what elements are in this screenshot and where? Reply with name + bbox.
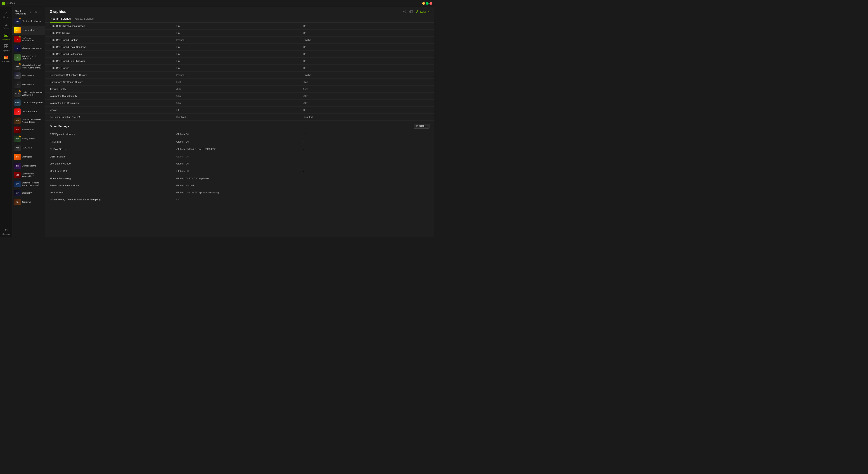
- program-item-gow[interactable]: GoWGod of War Ragnarök: [12, 98, 45, 107]
- sidebar-item-home[interactable]: ⌂ Home: [0, 9, 12, 20]
- program-item-forza[interactable]: FH5Forza Horizon 5: [12, 107, 45, 116]
- svg-rect-6: [4, 46, 6, 48]
- dropdown-icon[interactable]: [303, 184, 305, 187]
- dropdown-icon[interactable]: [303, 191, 305, 194]
- edit-button[interactable]: [303, 147, 306, 151]
- edit-button[interactable]: [303, 169, 306, 173]
- sidebar-item-system[interactable]: System: [0, 42, 12, 53]
- minimize-button[interactable]: [422, 2, 425, 5]
- driver-settings-table: RTX Dynamic VibranceGlobal - OffRTX HDRG…: [45, 130, 434, 203]
- program-item-tfd[interactable]: TFDThe First Descendant: [12, 44, 45, 53]
- driver-setting-action: [303, 162, 430, 165]
- setting-current-value: On: [177, 53, 303, 55]
- settings-row: RTX: Path TracingOnOn: [45, 30, 434, 37]
- driver-setting-value: Global - Off: [177, 133, 303, 136]
- svg-rect-7: [6, 46, 8, 48]
- dropdown-icon[interactable]: [303, 177, 305, 180]
- program-item-naraka[interactable]: NNARAKA: BLADEPOINT: [12, 35, 45, 44]
- settings-row: Xe Super Sampling (XeSS)DisabledDisabled: [45, 114, 434, 121]
- program-icon-tfd: TFD: [14, 45, 21, 52]
- settings-row: RTX: Ray Traced LightingPsychoPsycho: [45, 37, 434, 44]
- sidebar-item-drivers[interactable]: Drivers: [0, 20, 12, 31]
- program-item-starfield[interactable]: SFStarfield™: [12, 189, 45, 198]
- driver-setting-action: [303, 132, 430, 136]
- program-icon-warhammer40k: W40: [14, 117, 21, 124]
- settings-row: Volumetric Fog ResolutionUltraUltra: [45, 100, 434, 107]
- program-name-gow: God of War Ragnarök: [22, 101, 43, 104]
- program-item-vermintide[interactable]: VT2Warhammer: Vermintide 2: [12, 170, 45, 179]
- main-layout: ⌂ Home Drivers: [0, 7, 434, 237]
- add-program-button[interactable]: ＋: [29, 10, 33, 15]
- program-item-starship[interactable]: STStarship Troopers: Terran Command: [12, 179, 45, 189]
- sidebar-label-redeem: Redeem: [2, 60, 10, 63]
- login-button[interactable]: LOG IN: [416, 10, 430, 13]
- restore-button[interactable]: RESTORE: [414, 124, 430, 129]
- title-bar-appname: NVIDIA: [7, 2, 15, 5]
- dropdown-icon[interactable]: [303, 140, 305, 143]
- program-item-readyornot[interactable]: RoNReady or Not: [12, 134, 45, 143]
- title-bar-controls: [422, 2, 432, 5]
- program-item-teardown[interactable]: TDTeardown: [12, 198, 45, 206]
- program-icon-vermintide: VT2: [14, 172, 21, 178]
- driver-settings-row: CUDA - GPUsGlobal - NVIDIA GeForce RTX 4…: [45, 145, 434, 153]
- driver-setting-value: Global - Off: [177, 155, 303, 158]
- maximize-button[interactable]: [426, 2, 429, 5]
- program-item-warhammer40k[interactable]: W40Warhammer 40,000: Rogue Trader: [12, 116, 45, 125]
- setting-name: Subsurface Scattering Quality: [50, 81, 177, 83]
- program-icon-starfield: SF: [14, 190, 21, 196]
- program-name-remnant: Remnant™ II: [22, 128, 43, 131]
- driver-setting-value: Global - Off: [177, 170, 303, 172]
- setting-name: Xe Super Sampling (XeSS): [50, 116, 177, 118]
- setting-global-value: On: [303, 67, 430, 69]
- edit-button[interactable]: [303, 132, 306, 136]
- program-icon-forza: FH5: [14, 108, 21, 115]
- program-item-stormgate[interactable]: SGStormgate: [12, 152, 45, 161]
- sidebar-item-settings[interactable]: ⚙ Settings: [0, 226, 12, 237]
- dropdown-icon[interactable]: [303, 162, 305, 165]
- settings-icon: ⚙: [4, 228, 8, 232]
- program-status-dot-wukong: [19, 18, 21, 20]
- sidebar-item-redeem[interactable]: 🎁 Redeem: [0, 53, 12, 64]
- panel-header: 70/73 Programs ＋ ⚐ ⋯: [12, 7, 45, 17]
- header-right: LOG IN: [403, 9, 430, 14]
- program-item-cod[interactable]: CODCall of Duty®: Modern Warfare® III: [12, 89, 45, 98]
- filter-button[interactable]: ⚐: [34, 10, 37, 14]
- program-item-dungeonborne[interactable]: DBDungeonborne: [12, 161, 45, 170]
- program-item-wukong[interactable]: BMBlack Myth: Wukong: [12, 17, 45, 26]
- svg-line-11: [404, 10, 406, 11]
- program-item-remnant[interactable]: R2Remnant™ II: [12, 125, 45, 134]
- setting-name: RTX: Ray Traced Sun Shadows: [50, 60, 177, 62]
- tab-program-settings[interactable]: Program Settings: [50, 16, 71, 23]
- program-name-starship: Starship Troopers: Terran Command: [22, 181, 43, 187]
- system-icon: [4, 44, 8, 48]
- setting-current-value: Off: [177, 109, 303, 111]
- home-icon: ⌂: [4, 11, 8, 15]
- program-name-starfield: Starfield™: [22, 192, 43, 194]
- program-icon-starship: ST: [14, 181, 21, 187]
- driver-setting-name: Power Management Mode: [50, 184, 177, 187]
- driver-setting-value: Global - Off: [177, 162, 303, 165]
- program-item-witcher[interactable]: W3The Witcher® 3: Wild Hunt - Game of th…: [12, 62, 45, 71]
- sidebar-item-graphics[interactable]: Graphics: [0, 31, 12, 42]
- setting-current-value: On: [177, 60, 303, 62]
- program-icon-dungeonborne: DB: [14, 163, 21, 169]
- program-item-payday[interactable]: PD3PAYDAY 3: [12, 143, 45, 152]
- programs-panel: 70/73 Programs ＋ ⚐ ⋯ BMBlack Myth: Wukon…: [12, 7, 45, 237]
- program-item-alanwake[interactable]: AWAlan Wake 2: [12, 71, 45, 80]
- program-item-cyberpunk[interactable]: CPCyberpunk 2077*: [12, 26, 45, 35]
- driver-setting-value: Global - Off: [177, 140, 303, 143]
- settings-row: RTX: Ray Traced Local ShadowsOnOn: [45, 44, 434, 50]
- svg-point-13: [417, 11, 418, 12]
- close-button[interactable]: [430, 2, 432, 5]
- setting-current-value: High: [177, 81, 303, 83]
- program-item-throne[interactable]: TTHRONE AND LIBERTY: [12, 53, 45, 62]
- program-item-finals[interactable]: TFTHE FINALS: [12, 80, 45, 89]
- program-status-dot-naraka: [19, 36, 21, 37]
- share-button[interactable]: [403, 9, 407, 14]
- setting-global-value: Psycho: [303, 74, 430, 76]
- title-bar: N NVIDIA: [0, 0, 434, 7]
- controller-button[interactable]: [409, 10, 413, 14]
- setting-global-value: On: [303, 53, 430, 55]
- more-options-button[interactable]: ⋯: [39, 10, 43, 14]
- tab-global-settings[interactable]: Global Settings: [75, 16, 94, 23]
